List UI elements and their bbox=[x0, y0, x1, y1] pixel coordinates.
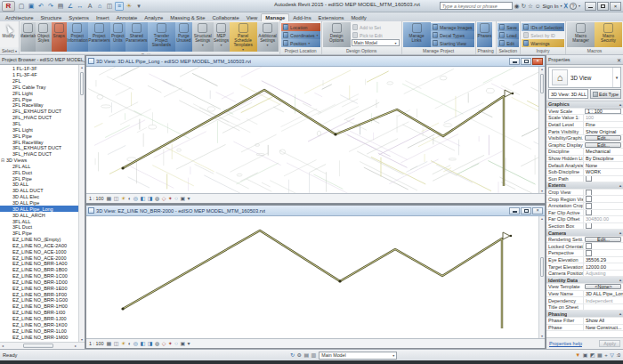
tree-item[interactable]: EZ_LINE NO_BRR-1F00 bbox=[0, 291, 85, 297]
tree-item[interactable]: EZ_LINE NO_BRR-1I00 bbox=[0, 310, 85, 316]
unlock-3d-view-icon[interactable]: ◍ bbox=[155, 341, 159, 346]
model-canvas-3d[interactable] bbox=[86, 67, 545, 193]
property-row[interactable]: Crop View bbox=[546, 190, 623, 197]
show-crop-region-icon[interactable]: ◨ bbox=[148, 196, 153, 201]
visual-style-icon[interactable]: ◫ bbox=[114, 341, 119, 346]
property-row[interactable]: View Scale1 : 100 bbox=[546, 109, 623, 116]
property-row[interactable]: PhaseNew Construct... bbox=[546, 325, 623, 332]
tree-item[interactable]: EZ_LINE NO_BRR-1K00 bbox=[0, 321, 85, 328]
tree-item[interactable]: 2FL RaceWay bbox=[0, 102, 85, 109]
shadows-icon[interactable]: ◐ bbox=[128, 196, 132, 201]
tab-modify[interactable]: Modify bbox=[347, 14, 369, 21]
sign-in-dropdown-icon[interactable]: ▾ bbox=[561, 4, 562, 8]
tree-item[interactable]: 3D ALL_ARCH bbox=[0, 212, 85, 218]
property-row[interactable]: Scale Value 1:100 bbox=[546, 115, 623, 122]
tree-item[interactable]: 2FL Pipe bbox=[0, 96, 85, 102]
property-row[interactable]: Detail LevelFine bbox=[546, 122, 623, 129]
view-close-button[interactable]: × bbox=[532, 207, 543, 214]
project-units-button[interactable]: Project Units bbox=[110, 22, 125, 52]
object-styles-button[interactable]: Object Styles bbox=[36, 22, 52, 52]
view-window-title-bar[interactable]: 3D View: 3D ALL Pipe_Long - edISO MEP MO… bbox=[86, 56, 545, 67]
tree-item[interactable]: 3D ALL DUCT bbox=[0, 188, 85, 194]
tree-item[interactable]: 3D ALL Pipe bbox=[0, 200, 85, 206]
manage-links-button[interactable]: Manage Links bbox=[403, 22, 431, 47]
temporary-hide-isolate-icon[interactable]: ◇ bbox=[162, 196, 166, 201]
aligned-dimension-icon[interactable]: ↔ bbox=[76, 2, 85, 11]
tree-item[interactable]: EZ_LINE NO_BRR-1E00 bbox=[0, 285, 85, 291]
worksets-status-icon[interactable]: ↻ bbox=[290, 352, 295, 358]
macro-manager-button[interactable]: Macro Manager bbox=[567, 22, 595, 47]
help-icon[interactable]: ? bbox=[570, 3, 577, 10]
tree-item[interactable]: 3FL_HVAC DUCT bbox=[0, 151, 85, 158]
tree-item[interactable]: 2FL Light bbox=[0, 90, 85, 96]
tree-item[interactable]: 2FL ALL bbox=[0, 164, 85, 170]
tree-item[interactable]: EZ_LINE NO_BRR-1G00 bbox=[0, 297, 85, 303]
reveal-hidden-elements-icon[interactable]: ✦ bbox=[168, 341, 173, 346]
browser-vertical-scrollbar[interactable] bbox=[78, 65, 85, 342]
tree-item[interactable]: EZ_LINE NO_ACE-2000 bbox=[0, 255, 85, 261]
property-row[interactable]: Annotation Crop bbox=[546, 203, 623, 210]
property-row[interactable]: Rendering Setti...Edit... bbox=[546, 237, 623, 244]
project-browser-header[interactable]: Project Browser - edISO MEP MODEL_... ✕ bbox=[0, 55, 85, 65]
tree-item[interactable]: 3D ALL Pipe_Long bbox=[0, 206, 85, 212]
tab-massing-site[interactable]: Massing & Site bbox=[166, 14, 208, 21]
exchange-apps-icon[interactable]: Ⅹ bbox=[564, 3, 568, 10]
tree-item[interactable]: EZ_LINE NO_ACE-1000 bbox=[0, 248, 85, 255]
shared-parameters-button[interactable]: Shared Parameters bbox=[125, 22, 148, 52]
selection-filter-icon[interactable]: ▽ bbox=[610, 352, 614, 358]
view-restore-button[interactable] bbox=[521, 207, 531, 214]
view-scale-button[interactable]: 1 : 100 bbox=[89, 341, 104, 346]
window-restore-button[interactable] bbox=[597, 2, 609, 11]
tree-item[interactable]: EZ_LINE NO_BRR-1D00 bbox=[0, 279, 85, 286]
selection-edit-button[interactable]: Edit bbox=[498, 39, 519, 47]
design-options-button[interactable]: Design Options bbox=[323, 22, 351, 47]
property-row[interactable]: Camera PositionAdjusting bbox=[546, 271, 623, 278]
property-row[interactable]: Identity Data bbox=[546, 277, 623, 284]
additional-settings-button[interactable]: Additional Settings bbox=[257, 22, 279, 52]
property-row[interactable]: Section Box bbox=[546, 223, 623, 231]
property-row[interactable]: Default Analysis...None bbox=[546, 162, 623, 169]
search-input[interactable] bbox=[440, 2, 513, 10]
redo-icon[interactable]: ↷ bbox=[46, 2, 55, 11]
view-close-button[interactable]: × bbox=[532, 58, 543, 65]
visual-style-icon[interactable]: ◫ bbox=[114, 196, 119, 201]
tab-analyze[interactable]: Analyze bbox=[141, 14, 166, 21]
tree-item[interactable]: 1 FL-1F-3F bbox=[0, 66, 85, 72]
location-button[interactable]: Location bbox=[281, 23, 320, 31]
tree-item[interactable]: 3FL_EXHAUST DUCT bbox=[0, 145, 85, 151]
project-parameters-button[interactable]: Project Parameters bbox=[88, 22, 110, 52]
save-icon[interactable]: ▣ bbox=[27, 2, 36, 11]
property-row[interactable]: Crop Region Vis... bbox=[546, 196, 623, 203]
tab-annotate[interactable]: Annotate bbox=[113, 14, 142, 21]
selection-load-button[interactable]: Load bbox=[498, 31, 519, 39]
property-row[interactable]: Far Clip Active bbox=[546, 210, 623, 217]
tab-insert[interactable]: Insert bbox=[93, 14, 113, 21]
element-selector-dropdown[interactable]: 3D View: 3D ALL Pi▾ bbox=[548, 89, 588, 99]
tree-item[interactable]: ⊟3D Views bbox=[0, 158, 85, 164]
view-minimize-button[interactable] bbox=[509, 207, 520, 214]
more-view-controls-icon[interactable]: ▾ bbox=[188, 196, 190, 201]
property-row[interactable]: Graphics bbox=[546, 101, 623, 109]
detail-level-icon[interactable]: ▦ bbox=[107, 196, 112, 201]
view-vertical-scrollbar[interactable] bbox=[538, 67, 545, 193]
tree-item[interactable]: EZ_LINE NO_BRR-1J00 bbox=[0, 316, 85, 322]
tree-item[interactable]: 2FL_EXHAUST DUCT bbox=[0, 109, 85, 115]
pick-to-edit-button[interactable]: Pick to Edit bbox=[351, 31, 400, 39]
purge-unused-button[interactable]: Purge Unused bbox=[175, 22, 192, 52]
phases-button[interactable]: Phases bbox=[477, 22, 493, 47]
more-view-controls-icon[interactable]: ▾ bbox=[188, 341, 190, 346]
property-row[interactable]: Sub-DisciplineWORK bbox=[546, 169, 623, 176]
active-design-option-select[interactable]: Main Model▾ bbox=[319, 352, 397, 360]
tab-collaborate[interactable]: Collaborate bbox=[209, 14, 243, 21]
property-row[interactable]: DisciplineMechanical bbox=[546, 149, 623, 156]
properties-header[interactable]: Properties ✕ bbox=[546, 55, 623, 65]
position-button[interactable]: Position bbox=[281, 39, 320, 47]
tree-item[interactable]: 1 FL-3F-4F bbox=[0, 72, 85, 78]
worksharing-display-icon[interactable]: ◌ bbox=[174, 341, 178, 346]
window-close-button[interactable]: × bbox=[610, 2, 621, 11]
property-row[interactable]: Locked Orientati... bbox=[546, 243, 623, 250]
window-minimize-button[interactable] bbox=[585, 2, 596, 11]
tree-item[interactable]: EZ_LINE NO_(Empty) bbox=[0, 237, 85, 243]
tab-structure[interactable]: Structure bbox=[36, 14, 65, 21]
tree-item[interactable]: 3FL Light bbox=[0, 126, 85, 133]
